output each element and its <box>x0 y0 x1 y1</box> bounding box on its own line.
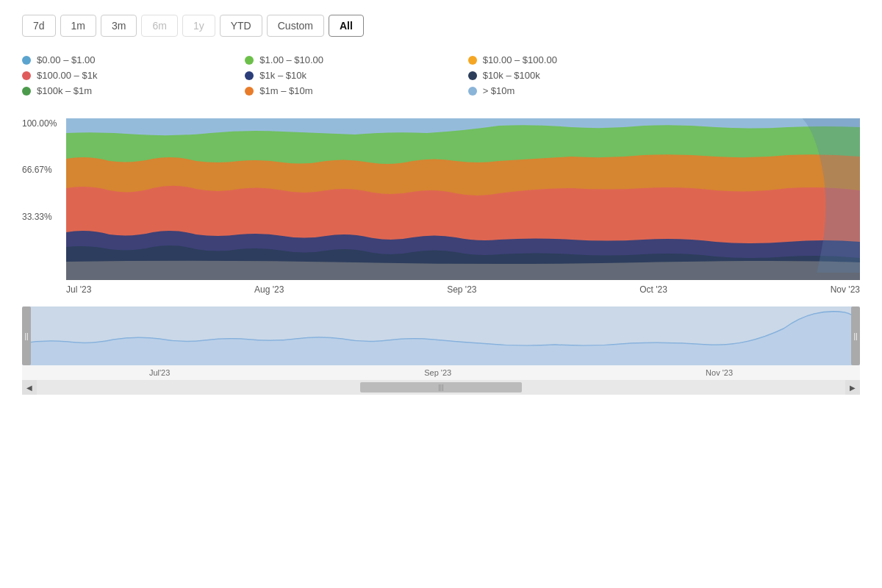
legend-dot-1 <box>245 56 254 65</box>
scrollbar-track[interactable]: ||| <box>37 380 845 395</box>
chart-wrapper: 100.00%66.67%33.33% <box>22 118 860 280</box>
x-axis-label-2: Sep '23 <box>447 284 476 295</box>
scrollbar[interactable]: ◀ ||| ▶ <box>22 380 860 395</box>
legend-dot-8 <box>468 87 477 96</box>
legend-item-6: $100k – $1m <box>22 85 237 96</box>
x-axis-label-1: Aug '23 <box>254 284 284 295</box>
legend-item-1: $1.00 – $10.00 <box>245 54 460 65</box>
legend-label-6: $100k – $1m <box>37 85 92 96</box>
scroll-left-arrow[interactable]: ◀ <box>22 380 37 395</box>
legend-item-2: $10.00 – $100.00 <box>468 54 684 65</box>
y-axis-label-0: 100.00% <box>22 118 66 129</box>
area-chart-svg <box>66 118 860 280</box>
scrollbar-thumb[interactable]: ||| <box>360 382 522 392</box>
legend-label-4: $1k – $10k <box>259 70 306 81</box>
x-axis-label-0: Jul '23 <box>66 284 91 295</box>
legend-label-0: $0.00 – $1.00 <box>37 54 96 65</box>
nav-x-label-1: Sep '23 <box>424 368 451 377</box>
legend-label-7: $1m – $10m <box>259 85 312 96</box>
time-btn-custom[interactable]: Custom <box>267 15 324 37</box>
navigator-selection <box>22 306 860 365</box>
time-btn-all[interactable]: All <box>329 15 364 37</box>
legend-dot-3 <box>22 71 31 80</box>
time-btn-1y: 1y <box>182 15 215 37</box>
x-axis: Jul '23Aug '23Sep '23Oct '23Nov '23 <box>66 280 860 299</box>
legend-item-0: $0.00 – $1.00 <box>22 54 237 65</box>
legend-label-8: > $10m <box>483 85 515 96</box>
time-btn-6m: 6m <box>141 15 177 37</box>
time-range-selector: 7d1m3m6m1yYTDCustomAll <box>22 15 860 37</box>
legend-item-3: $100.00 – $1k <box>22 70 237 81</box>
legend-label-3: $100.00 – $1k <box>37 70 97 81</box>
legend-item-5: $10k – $100k <box>468 70 684 81</box>
legend-dot-6 <box>22 87 31 96</box>
legend-dot-4 <box>245 71 254 80</box>
legend-label-1: $1.00 – $10.00 <box>259 54 323 65</box>
legend-item-4: $1k – $10k <box>245 70 460 81</box>
y-axis-label-1: 66.67% <box>22 165 66 175</box>
navigator[interactable]: || || Jul'23Sep '23Nov '23 <box>22 306 860 380</box>
navigator-handle-left[interactable]: || <box>22 306 31 365</box>
navigator-handle-right[interactable]: || <box>851 306 860 365</box>
legend-dot-5 <box>468 71 477 80</box>
time-btn-3m[interactable]: 3m <box>101 15 137 37</box>
nav-x-label-0: Jul'23 <box>149 368 170 377</box>
y-axis: 100.00%66.67%33.33% <box>22 118 66 258</box>
legend-item-7: $1m – $10m <box>245 85 460 96</box>
navigator-x-axis: Jul'23Sep '23Nov '23 <box>22 365 860 380</box>
time-btn-1m[interactable]: 1m <box>60 15 96 37</box>
chart-legend: $0.00 – $1.00$1.00 – $10.00$10.00 – $100… <box>22 54 684 96</box>
chart-area <box>66 118 860 280</box>
legend-label-5: $10k – $100k <box>483 70 540 81</box>
legend-item-8: > $10m <box>468 85 684 96</box>
legend-dot-0 <box>22 56 31 65</box>
time-btn-7d[interactable]: 7d <box>22 15 56 37</box>
main-chart <box>66 118 860 280</box>
y-axis-label-2: 33.33% <box>22 212 66 222</box>
navigator-chart: || || <box>22 306 860 365</box>
scroll-right-arrow[interactable]: ▶ <box>845 380 860 395</box>
nav-x-label-2: Nov '23 <box>706 368 733 377</box>
time-btn-ytd[interactable]: YTD <box>220 15 262 37</box>
legend-label-2: $10.00 – $100.00 <box>483 54 557 65</box>
legend-dot-7 <box>245 87 254 96</box>
x-axis-label-4: Nov '23 <box>831 284 860 295</box>
legend-dot-2 <box>468 56 477 65</box>
x-axis-label-3: Oct '23 <box>639 284 667 295</box>
